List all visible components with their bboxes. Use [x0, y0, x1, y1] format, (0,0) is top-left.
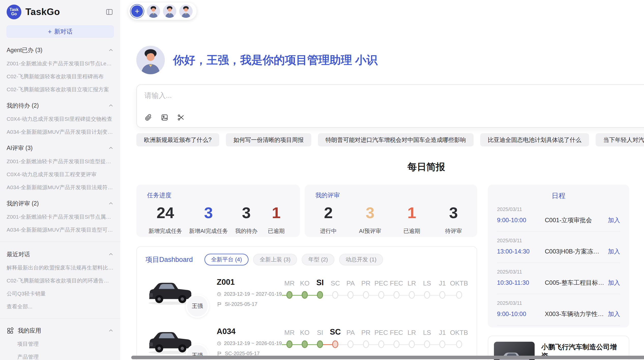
suggestion-chip[interactable]: 欧洲新规最近颁布了什么?	[136, 133, 219, 146]
milestone-PEC[interactable]: PEC	[374, 278, 389, 310]
milestone-LS[interactable]: LS	[419, 327, 435, 359]
sidebar-task-item[interactable]: A034-全新新能源MUV产品开发项目计划变更表编写	[7, 128, 114, 136]
sidebar-task-item[interactable]: C02-飞腾新能源轻客改款项目立项汇报方案	[7, 86, 114, 93]
milestone-PEC[interactable]: PEC	[374, 327, 389, 359]
sidebar-section-header[interactable]: AI评审 (3)	[7, 144, 114, 152]
suggestion-chip[interactable]: 当下年轻人对汽车外观有怎样的喜好趋势	[596, 133, 644, 146]
event-name[interactable]: C001-立项审批会	[545, 216, 604, 224]
milestone-LS[interactable]: LS	[419, 278, 435, 310]
scissors-icon[interactable]	[177, 114, 185, 121]
event-name[interactable]: X003-车辆动力学性能验...	[545, 310, 604, 318]
sidebar-section: Agent已办 (3) Z001-全新燃油皮卡产品开发项目SI节点Lesson …	[7, 46, 114, 93]
event-join-link[interactable]: 加入	[608, 216, 620, 224]
dashboard-filter-pill[interactable]: 动总开发 (1)	[339, 254, 383, 265]
attachment-icon[interactable]	[144, 114, 152, 121]
event-name[interactable]: C005-整车工程目标评审	[545, 279, 604, 287]
sidebar-task-item[interactable]: A034-全新新能源MUV产品开发项目造型可行性评审	[7, 226, 114, 233]
agent-avatar-3[interactable]	[179, 5, 193, 18]
sidebar-recent-item[interactable]: 公司Q3轻卡销量	[7, 290, 114, 297]
sidebar-task-item[interactable]: C0X4-动力总成开发项目工程变更评审	[7, 171, 114, 178]
milestone-KO[interactable]: KO	[297, 278, 312, 310]
sidebar-app-item[interactable]: 产品管理	[17, 353, 114, 360]
milestone-node	[393, 291, 400, 299]
schedule-card: 日程 2025/03/11 9:00-10:00 C001-立项审批会 加入 2…	[488, 185, 629, 327]
stat-card-title: 任务进度	[147, 191, 289, 199]
milestone-SC[interactable]: SC	[328, 327, 343, 359]
stat-label: 新增完成任务	[149, 227, 182, 235]
project-owner-badge: 王强	[186, 294, 209, 318]
suggestion-chip[interactable]: 特朗普可能对进口汽车增税会对中国车企造成哪些影响	[318, 133, 474, 146]
chevron-up-icon	[108, 103, 114, 108]
sidebar-collapse-icon[interactable]	[105, 8, 114, 16]
project-row: 王强 Z001 2023-12-19 ~ 2027-01-19 SI-2025-…	[145, 276, 468, 315]
milestone-J1[interactable]: J1	[435, 278, 450, 310]
event-date: 2025/03/11	[497, 300, 620, 306]
milestone-SI[interactable]: SI	[312, 278, 328, 310]
image-icon[interactable]	[161, 114, 168, 121]
dashboard-filter-pill[interactable]: 全新上装 (3)	[253, 254, 297, 265]
sidebar-recent-item[interactable]: 解释最新出台的欧盟报废车法规再生塑料比例被调至15%...	[7, 264, 114, 271]
sidebar-item-my-apps[interactable]: 我的应用	[7, 327, 114, 335]
sidebar-app-item[interactable]: 项目管理	[17, 340, 114, 348]
message-input[interactable]	[144, 92, 482, 100]
stat-item: 3 AI预评审	[359, 205, 382, 235]
milestone-OKTB[interactable]: OKTB	[450, 278, 468, 310]
dashboard-filter-pill[interactable]: 年型 (2)	[302, 254, 334, 265]
milestone-label: SC	[330, 327, 341, 337]
milestone-node	[378, 291, 384, 299]
dashboard-filter-pill[interactable]: 全新平台 (4)	[204, 254, 248, 265]
milestone-OKTB[interactable]: OKTB	[450, 327, 468, 359]
my-apps-label: 我的应用	[18, 327, 41, 335]
agent-avatar-2[interactable]	[163, 5, 176, 18]
sidebar-section-header[interactable]: Agent已办 (3)	[7, 46, 114, 54]
milestone-LR[interactable]: LR	[404, 327, 419, 359]
new-chat-button[interactable]: + 新对话	[7, 25, 114, 38]
sidebar-section-header[interactable]: 我的待办 (2)	[7, 102, 114, 110]
milestone-PR[interactable]: PR	[358, 327, 374, 359]
milestone-PA[interactable]: PA	[343, 327, 358, 359]
horizontal-scrollbar-thumb[interactable]	[131, 356, 644, 359]
project-code[interactable]: A034	[217, 327, 282, 336]
milestone-label: SI	[317, 327, 323, 337]
sidebar-section-header[interactable]: 我的评审 (2)	[7, 200, 114, 207]
agent-avatar-1[interactable]	[147, 5, 160, 18]
milestone-node	[347, 340, 354, 348]
event-join-link[interactable]: 加入	[608, 279, 620, 287]
add-agent-button[interactable]: +	[130, 5, 144, 18]
event-join-link[interactable]: 加入	[608, 310, 620, 318]
sidebar-task-item[interactable]: C02-飞腾新能源轻客改款项目里程碑画布	[7, 73, 114, 80]
milestone-SI[interactable]: SI	[312, 327, 328, 359]
milestone-node	[302, 340, 308, 348]
sidebar-task-item[interactable]: C0X4-动力总成开发项目SI里程碑提交物检查	[7, 115, 114, 123]
stat-value: 3	[204, 205, 213, 221]
milestone-FEC[interactable]: FEC	[389, 278, 404, 310]
milestone-PA[interactable]: PA	[343, 278, 358, 310]
project-dates: 2023-12-19 ~ 2027-01-19	[224, 291, 282, 297]
milestone-node	[363, 291, 369, 299]
sidebar-recent-item[interactable]: 查看全部...	[7, 303, 114, 310]
suggestion-chip[interactable]: 比亚迪全固态电池计划具体说了什么	[480, 133, 589, 146]
sidebar-task-item[interactable]: A034-全新新能源MUV产品开发项目法规符合性评审	[7, 184, 114, 191]
milestone-label: PEC	[374, 278, 388, 287]
sidebar-task-item[interactable]: Z001-全新燃油皮卡产品开发项目SI节点Lesson Learn报告	[7, 60, 114, 67]
sidebar-section-header[interactable]: 最近对话	[7, 250, 114, 258]
event-join-link[interactable]: 加入	[608, 247, 620, 256]
milestone-MR[interactable]: MR	[282, 327, 297, 359]
suggestion-chip[interactable]: 如何写一份清晰的项目周报	[226, 133, 311, 146]
greeting-section: 你好，王强，我是你的项目管理助理 小识	[136, 46, 644, 74]
sidebar-task-item[interactable]: Z001-全新燃油轻卡产品开发项目SI造型提交物评审	[7, 158, 114, 165]
milestone-FEC[interactable]: FEC	[389, 327, 404, 359]
milestone-KO[interactable]: KO	[297, 327, 312, 359]
clock-icon	[217, 341, 222, 346]
milestone-MR[interactable]: MR	[282, 278, 297, 310]
sidebar-task-item[interactable]: Z001-全新燃油轻卡产品开发项目SI节点属性5D文件评审	[7, 213, 114, 220]
project-dashboard-card: 项目Dashboard 全新平台 (4)全新上装 (3)年型 (2)动总开发 (…	[136, 246, 477, 360]
event-name[interactable]: C003|H0B-方案冻结评审	[545, 247, 604, 256]
milestone-J1[interactable]: J1	[435, 327, 450, 359]
sidebar-recent-item[interactable]: C02-飞腾新能源轻客改款项目的闭环通告反馈情况	[7, 277, 114, 284]
milestone-LR[interactable]: LR	[404, 278, 419, 310]
project-code[interactable]: Z001	[217, 278, 282, 287]
milestone-SC[interactable]: SC	[328, 278, 343, 310]
milestone-timeline: MR KO SI SC PA PR PEC FEC LR LS	[282, 325, 468, 359]
milestone-PR[interactable]: PR	[358, 278, 374, 310]
